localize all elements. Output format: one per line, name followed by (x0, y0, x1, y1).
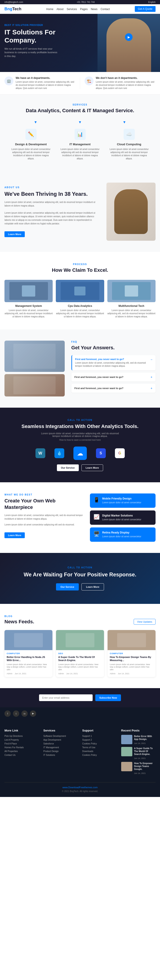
thriving-btn[interactable]: Learn More (5, 231, 25, 237)
blog-body-1: COMPUTER Better Error Handling In Node.J… (5, 650, 52, 677)
footer-post-1[interactable]: Better Error With App Design. Jun 14, 20… (121, 735, 155, 745)
nav-links: Home About Services Pages News Contact (46, 7, 110, 11)
nav-contact[interactable]: Contact (101, 8, 110, 11)
footer-link-2[interactable]: List A Property (5, 739, 39, 741)
language[interactable]: English (148, 1, 155, 3)
response-learn-btn[interactable]: Learn More (81, 583, 104, 590)
footer-support-3[interactable]: Cookies Policy (82, 743, 117, 745)
wordpress-icon: W (35, 448, 45, 458)
masterpiece-cards: 📱 Mobile Friendly Design Lorem ipsum dol… (90, 493, 155, 542)
process-img-inner-2 (61, 282, 99, 300)
integrations-title: Seamless Integrations With Other Analyti… (5, 423, 155, 430)
footer-link-1[interactable]: Pick Up Directions (5, 735, 39, 737)
it-dept-1: 🏢 We have an it departments. Lorem ipsum… (5, 76, 75, 90)
blog-date-3: Jun 14, 2021 (118, 673, 130, 675)
twitter-icon[interactable]: t (13, 711, 19, 717)
blog-img-inner-2 (66, 633, 94, 647)
faq-toggle-3[interactable]: + (150, 387, 152, 390)
blog-img-inner-1 (14, 633, 43, 647)
process-title: How We Claim To Excel. (5, 267, 155, 273)
it-dept-1-icon: 🏢 (5, 76, 13, 85)
faq-img-small (5, 374, 65, 396)
blog-card-1[interactable]: COMPUTER Better Error Handling In Node.J… (5, 630, 52, 677)
footer-link-3[interactable]: Find A Place (5, 743, 39, 745)
nav-news[interactable]: News (91, 8, 98, 11)
blog-img-2 (56, 630, 104, 650)
footer-link-6[interactable]: Contact Us (5, 754, 39, 756)
footer-post-2[interactable]: A Super Guide To The World Of Search Eng… (121, 747, 155, 760)
footer-service-4[interactable]: IT Management (43, 746, 78, 749)
nav-about[interactable]: About (57, 8, 63, 11)
it-dept-2-title: We don't have an it departments. (96, 76, 155, 80)
blog-meta-3: Admin Jun 14, 2021 (110, 673, 153, 675)
footer-services-col: Services Software Development App Develo… (43, 729, 78, 777)
blog-img-inner-3 (117, 633, 146, 647)
response-section: CALL TO ACTION We Are Waiting For Your P… (0, 553, 160, 604)
masterpiece-desc: Lorem ipsum dolor sit amet, consectetur … (5, 514, 83, 521)
service-icon-3: ☁️ (124, 129, 135, 140)
hero-badge: BEST IT SOLUTION PROVIDER (5, 24, 151, 26)
footer-service-6[interactable]: IT Solutions (43, 754, 78, 756)
integrations-service-btn[interactable]: Our Service (57, 465, 79, 471)
newsletter-input[interactable] (39, 694, 93, 701)
faq-item-2[interactable]: First and foremost, you never want to go… (71, 372, 155, 382)
process-img-box-1 (22, 285, 35, 297)
response-service-btn[interactable]: Our Service (56, 583, 79, 590)
newsletter-subscribe-btn[interactable]: Subscribe Now (95, 694, 121, 701)
nav-home[interactable]: Home (46, 8, 53, 11)
navbar: BngTech Home About Services Pages News C… (0, 4, 160, 14)
services-label: SERVICES (5, 103, 155, 106)
youtube-icon[interactable]: ▶ (30, 711, 36, 717)
facebook-icon[interactable]: f (5, 711, 11, 717)
faq-toggle-2[interactable]: + (150, 375, 152, 379)
blog-author-3: Admin (110, 673, 116, 675)
footer-support-2[interactable]: Support 2 (82, 739, 117, 741)
integrations-label: CALL TO ACTION (5, 419, 155, 421)
faq-label: FAQ (71, 340, 155, 343)
footer-download[interactable]: www.DownloadFreethemes.com (5, 786, 155, 789)
blog-card-2[interactable]: SEO A Super Guide To The World Of Search… (56, 630, 104, 677)
footer-post-img-3 (121, 762, 132, 771)
footer-support-1[interactable]: Support 1 (82, 735, 117, 737)
integrations-desc: Lorem ipsum dolor sit amet, consectetur … (38, 432, 122, 438)
nav-pages[interactable]: Pages (80, 8, 88, 11)
faq-item-1[interactable]: First and foremost, you never want to go… (71, 355, 155, 370)
blog-post-title-2: A Super Guide To The World Of Search Eng… (58, 655, 102, 662)
faq-toggle-1[interactable]: − (150, 358, 152, 361)
view-updates-btn[interactable]: View Updates (134, 619, 155, 625)
blog-label: BLOG (5, 615, 155, 617)
footer-link-4[interactable]: Homes For Rentals (5, 746, 39, 749)
nav-services[interactable]: Services (67, 8, 77, 11)
svc-arrow-1: ▼ (34, 120, 38, 124)
hero-title: IT Solutions For Company. (5, 28, 67, 44)
footer-support-5[interactable]: Downloads (82, 750, 117, 752)
service-desc-3: Lorem ipsum dolor sit amet consectetur a… (109, 148, 149, 160)
master-card-desc-2: Lorem ipsum dolor sit amet consectetur (102, 518, 141, 521)
logo[interactable]: BngTech (5, 7, 21, 11)
integrations-learn-btn[interactable]: Learn More (81, 465, 103, 471)
blog-meta-1: Admin Jun 14, 2021 (7, 673, 50, 675)
it-dept-2-desc: Lorem ipsum dolor sit amet, consectetur … (96, 80, 155, 90)
footer-services-title: Services (43, 729, 78, 732)
footer-post-img-2 (121, 747, 132, 756)
faq-item-3[interactable]: First and foremost, you never want to go… (71, 384, 155, 393)
footer-link-5[interactable]: All Properties (5, 750, 39, 752)
footer-service-1[interactable]: Software Development (43, 735, 78, 737)
linkedin-icon[interactable]: in (21, 711, 28, 717)
footer-support-6[interactable]: Cookies Policy (82, 754, 117, 756)
thriving-desc2: Lorem ipsum dolor sit amet, consectetur … (5, 211, 100, 226)
master-card-icon-1: 📱 (93, 497, 100, 503)
footer-support-4[interactable]: Terms of Use (82, 746, 117, 749)
footer-service-5[interactable]: Product Design (43, 750, 78, 752)
footer-service-3[interactable]: Salesforce (43, 743, 78, 745)
blog-card-3[interactable]: COMPUTER How To Empower Design Teams By … (108, 630, 155, 677)
get-quote-button[interactable]: Get A Quote (135, 6, 155, 12)
masterpiece-label: WHAT WE DO BEST (5, 493, 83, 496)
blog-grid: COMPUTER Better Error Handling In Node.J… (5, 630, 155, 677)
masterpiece-btn[interactable]: Learn More (5, 532, 25, 538)
master-card-desc-3: Lorem ipsum dolor sit amet consectetur (102, 535, 141, 538)
master-card-desc-1: Lorem ipsum dolor sit amet consectetur (102, 501, 141, 504)
footer-service-2[interactable]: App Development (43, 739, 78, 741)
footer-post-3[interactable]: How To Empower Design Teams Google. Jun … (121, 762, 155, 775)
blog-body-3: COMPUTER How To Empower Design Teams By … (108, 650, 155, 677)
